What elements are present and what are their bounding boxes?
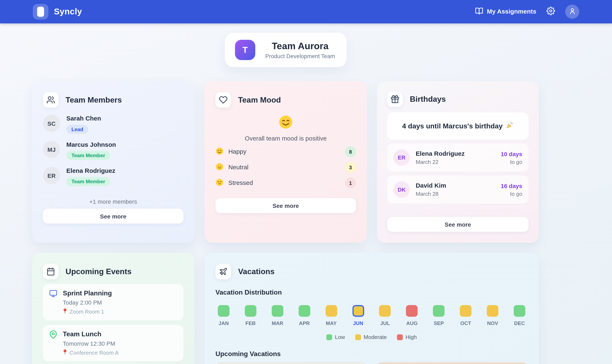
birthdays-see-more-button[interactable]: See more [387,217,528,232]
party-popper-icon [506,121,514,131]
mood-label: Neutral [228,164,249,171]
legend-item-moderate: Moderate [355,334,387,340]
month-mar[interactable]: MAR [269,305,286,326]
month-swatch [433,305,445,317]
team-avatar: T [235,40,255,60]
team-header-card: T Team Aurora Product Development Team [225,33,347,67]
event-title: Team Lunch [63,330,119,338]
legend-swatch [326,334,332,340]
plane-icon [215,264,231,279]
month-dec[interactable]: DEC [511,305,528,326]
birthday-togo: to go [501,159,522,165]
legend-swatch [355,334,361,340]
month-label: MAY [323,320,340,326]
map-pin-icon [49,330,57,356]
team-mood-card: Team Mood Overall team mood is positive … [205,81,367,243]
month-label: JAN [215,320,232,326]
mood-count-badge: 1 [345,177,356,188]
month-swatch [298,305,310,317]
member-name: Elena Rodriguez [66,168,115,174]
mood-label: Happy [228,148,247,155]
birthday-avatar: ER [393,149,410,166]
event-item: Team Lunch Tomorrow 12:30 PM Conference … [43,325,184,361]
event-time: Tomorrow 12:30 PM [63,340,119,347]
mood-label: Stressed [228,180,253,187]
month-may[interactable]: MAY [323,305,340,326]
gear-icon [546,7,555,17]
month-label: AUG [404,320,420,326]
settings-button[interactable] [546,7,555,17]
month-oct[interactable]: OCT [457,305,474,326]
month-label: JUN [350,320,367,326]
month-jul[interactable]: JUL [377,305,393,326]
month-swatch [245,305,256,317]
mood-row: Happy 8 [215,146,356,158]
pushpin-icon [63,308,67,315]
event-location: Zoom Room 1 [69,308,104,315]
birthday-date: March 22 [416,159,465,165]
mood-see-more-button[interactable]: See more [215,198,356,213]
month-swatch [218,305,229,317]
month-jun[interactable]: JUN [350,305,367,326]
vacation-legend: Low Moderate High [215,334,528,340]
profile-avatar-button[interactable] [565,5,579,19]
stressed-face-icon [215,178,224,188]
vacation-distribution-title: Vacation Distribution [215,289,528,297]
users-icon [43,92,59,108]
my-assignments-nav[interactable]: My Assignments [475,7,536,17]
legend-label: Low [335,334,345,340]
birthday-row: DK David Kim March 28 16 days to go [387,176,528,204]
brand-name: Syncly [54,7,82,17]
month-swatch [514,305,525,317]
event-item: Sprint Planning Today 2:00 PM Zoom Room … [43,284,184,320]
month-label: DEC [511,320,528,326]
happy-face-icon [215,147,224,157]
page: Syncly My Assignments T Team [0,0,612,364]
month-label: OCT [457,320,474,326]
event-title: Sprint Planning [63,289,112,297]
upcoming-events-card: Upcoming Events Sprint Planning Today 2:… [32,253,194,364]
birthday-date: March 28 [416,191,446,197]
vacation-item-partial [376,363,528,364]
birthday-days: 16 days [501,182,522,189]
logo-glyph [37,7,44,17]
mood-row: Stressed 1 [215,177,356,189]
month-label: FEB [242,320,259,326]
month-apr[interactable]: APR [296,305,313,326]
month-nov[interactable]: NOV [484,305,501,326]
birthday-row: ER Elena Rodriguez March 22 10 days to g… [387,144,528,172]
member-avatar: MJ [43,141,60,158]
month-swatch [379,305,391,317]
month-sep[interactable]: SEP [430,305,447,326]
more-members-label: +1 more members [43,198,184,205]
vacation-distribution-months: JAN FEB MAR APR MAY JUN JUL AUG SEP OCT … [215,305,528,326]
month-feb[interactable]: FEB [242,305,259,326]
birthday-name: David Kim [416,182,446,189]
member-name: Sarah Chen [66,115,101,122]
team-name: Team Aurora [264,41,336,52]
birthday-name: Elena Rodriguez [416,150,465,157]
month-swatch [352,305,364,317]
birthday-avatar: DK [393,181,410,198]
month-swatch [460,305,472,317]
gift-icon [387,91,403,107]
month-jan[interactable]: JAN [215,305,232,326]
member-row: ER Elena Rodriguez Team Member [43,167,184,186]
month-swatch [325,305,337,317]
book-open-icon [475,7,483,17]
month-swatch [487,305,499,317]
birthday-banner-text: 4 days until Marcus's birthday [402,122,503,130]
vacations-title: Vacations [238,267,275,276]
members-see-more-button[interactable]: See more [43,209,184,223]
vacations-card: Vacations Vacation Distribution JAN FEB … [205,253,539,364]
member-name: Marcus Johnson [66,141,116,148]
heart-icon [215,92,231,108]
role-badge: Lead [66,125,88,134]
month-label: NOV [484,320,501,326]
members-title: Team Members [66,95,122,104]
events-title: Upcoming Events [66,267,132,276]
legend-label: Moderate [364,334,387,340]
month-aug[interactable]: AUG [404,305,420,326]
mood-summary: Overall team mood is positive [215,135,356,142]
birthday-days: 10 days [501,150,522,157]
